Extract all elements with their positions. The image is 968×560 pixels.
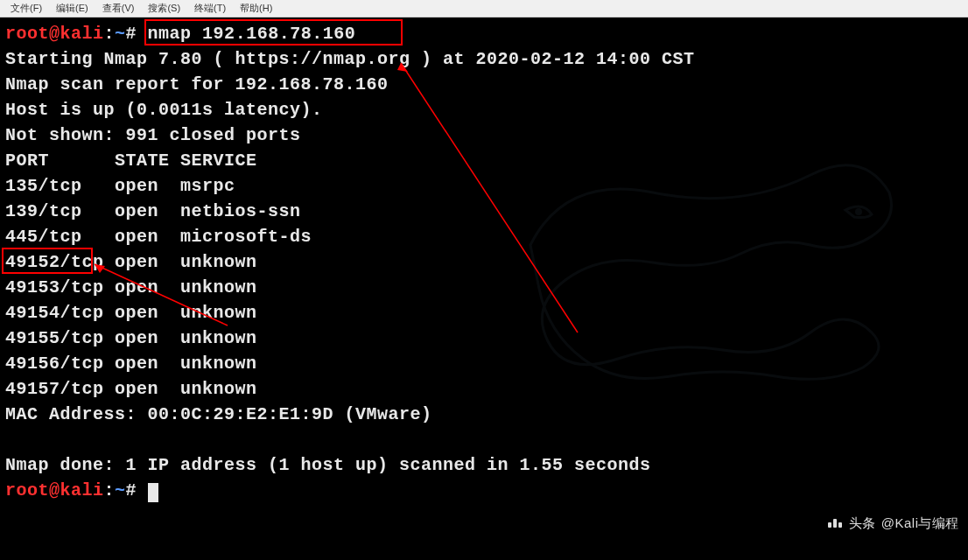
port-cell: 49157/tcp <box>5 379 104 399</box>
menu-search[interactable]: 搜索(S) <box>141 0 187 17</box>
port-row-49157: 49157/tcp open unknown <box>5 376 963 402</box>
prompt-at: @ <box>49 24 60 44</box>
port-cell: 135/tcp <box>5 176 104 196</box>
service-cell: unknown <box>180 379 257 399</box>
port-cell: 49152/tcp <box>5 252 104 272</box>
service-cell: unknown <box>180 354 257 374</box>
prompt-user: root <box>5 24 49 44</box>
port-cell: 49155/tcp <box>5 328 104 348</box>
service-cell: unknown <box>180 277 257 298</box>
port-row-49152: 49152/tcp open unknown <box>5 249 963 275</box>
menu-terminal[interactable]: 终端(T) <box>187 0 233 17</box>
terminal[interactable]: root@kali:~# nmap 192.168.78.160 Startin… <box>0 18 968 560</box>
state-cell: open <box>115 328 170 348</box>
prompt-hash: # <box>126 24 137 44</box>
state-cell: open <box>115 201 170 221</box>
port-cell: 139/tcp <box>5 201 104 221</box>
prompt-path: ~ <box>115 24 126 44</box>
cursor <box>148 483 158 502</box>
prompt-hash: # <box>126 480 137 500</box>
prompt-sep: : <box>104 480 116 500</box>
output-scan-report: Nmap scan report for 192.168.78.160 <box>5 72 963 97</box>
service-cell: msrpc <box>180 176 235 196</box>
port-row-445: 445/tcp open microsoft-ds <box>5 224 963 249</box>
menubar: 文件(F) 编辑(E) 查看(V) 搜索(S) 终端(T) 帮助(H) <box>0 0 968 18</box>
menu-view[interactable]: 查看(V) <box>95 0 142 17</box>
watermark: 头条 @Kali与编程 <box>828 510 959 536</box>
output-done: Nmap done: 1 IP address (1 host up) scan… <box>5 452 963 478</box>
port-row-49155: 49155/tcp open unknown <box>5 326 963 351</box>
command-text: nmap 192.168.78.160 <box>148 24 356 44</box>
prompt-sep: : <box>104 24 116 44</box>
prompt-host: kali <box>60 24 104 44</box>
service-cell: netbios-ssn <box>180 201 301 221</box>
state-cell: open <box>115 252 170 272</box>
state-cell: open <box>115 354 170 374</box>
output-not-shown: Not shown: 991 closed ports <box>5 122 963 148</box>
port-cell: 445/tcp <box>5 227 104 247</box>
prompt-at: @ <box>49 480 60 500</box>
menu-edit[interactable]: 编辑(E) <box>49 0 95 17</box>
service-cell: unknown <box>180 303 257 323</box>
port-row-49156: 49156/tcp open unknown <box>5 351 963 376</box>
port-row-49153: 49153/tcp open unknown <box>5 275 963 300</box>
port-cell: 49153/tcp <box>5 277 104 298</box>
state-cell: open <box>115 227 170 247</box>
toutiao-logo-icon <box>828 519 844 528</box>
port-row-49154: 49154/tcp open unknown <box>5 300 963 326</box>
ports-header: PORT STATE SERVICE <box>5 148 963 173</box>
prompt-host: kali <box>60 480 104 500</box>
output-blank <box>5 427 963 452</box>
service-cell: microsoft-ds <box>180 227 312 247</box>
port-cell: 49156/tcp <box>5 354 104 374</box>
prompt-line-1: root@kali:~# nmap 192.168.78.160 <box>5 21 963 46</box>
menu-file[interactable]: 文件(F) <box>4 0 49 17</box>
output-starting: Starting Nmap 7.80 ( https://nmap.org ) … <box>5 46 963 72</box>
menu-help[interactable]: 帮助(H) <box>233 0 279 17</box>
watermark-handle: @Kali与编程 <box>881 510 959 536</box>
port-cell: 49154/tcp <box>5 303 104 323</box>
port-row-139: 139/tcp open netbios-ssn <box>5 199 963 224</box>
prompt-path: ~ <box>115 480 126 500</box>
prompt-user: root <box>5 480 49 500</box>
state-cell: open <box>115 176 170 196</box>
service-cell: unknown <box>180 252 257 272</box>
state-cell: open <box>115 277 170 298</box>
prompt-line-2: root@kali:~# <box>5 478 963 503</box>
state-cell: open <box>115 303 170 323</box>
watermark-prefix: 头条 <box>849 510 876 536</box>
output-mac: MAC Address: 00:0C:29:E2:E1:9D (VMware) <box>5 402 963 427</box>
service-cell: unknown <box>180 328 257 348</box>
port-row-135: 135/tcp open msrpc <box>5 173 963 199</box>
output-host-up: Host is up (0.0011s latency). <box>5 97 963 122</box>
state-cell: open <box>115 379 170 399</box>
